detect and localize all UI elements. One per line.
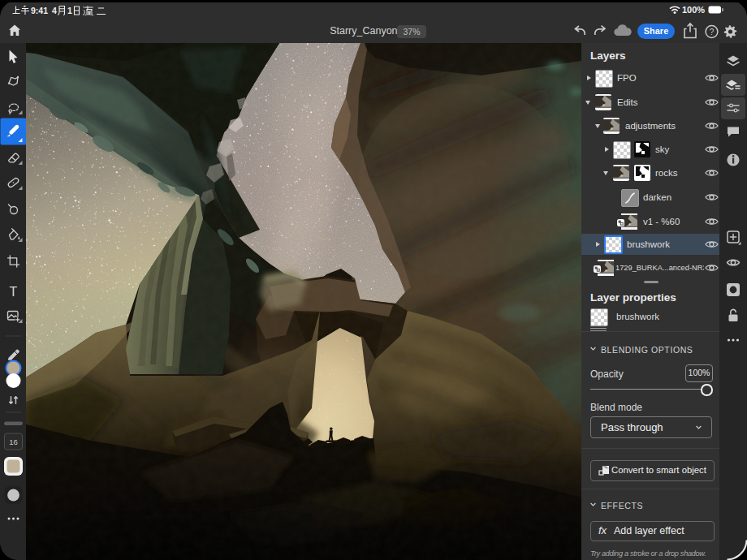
svg-text:?: ?: [710, 28, 715, 37]
svg-text:1: 1: [67, 6, 72, 15]
svg-text:9:41: 9:41: [31, 6, 48, 15]
svg-text:4: 4: [52, 6, 57, 15]
svg-text:T: T: [10, 285, 18, 299]
svg-text:100%: 100%: [682, 5, 705, 15]
svg-text:16: 16: [9, 437, 18, 446]
